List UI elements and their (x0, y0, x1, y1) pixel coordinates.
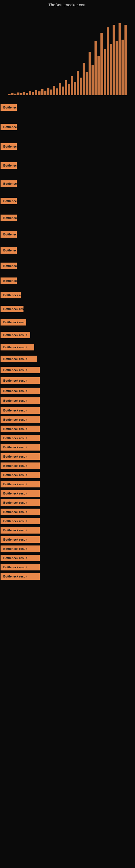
bottleneck-result-badge[interactable]: Bottleneck result (1, 397, 40, 404)
result-row: Bottleneck result (0, 376, 135, 385)
bottleneck-result-badge[interactable]: Bottleneck result (1, 344, 34, 350)
bottleneck-result-badge[interactable]: Bottleneck result (1, 536, 40, 543)
result-row: Bottleneck result (0, 535, 135, 544)
site-header: TheBottlenecker.com (0, 0, 135, 8)
bottleneck-result-badge[interactable]: Bottleneck result (1, 198, 17, 204)
chart-bar (8, 94, 10, 95)
chart-bar (119, 23, 121, 95)
result-row: Bottleneck result (0, 415, 135, 424)
chart-bar (80, 78, 82, 95)
bottleneck-result-badge[interactable]: Bottleneck result (1, 278, 17, 284)
bottleneck-result-badge[interactable]: Bottleneck result (1, 377, 40, 384)
bottleneck-result-badge[interactable]: Bottleneck result (1, 104, 17, 111)
result-row: Bottleneck result (0, 243, 135, 258)
chart-bar (97, 56, 100, 95)
bottleneck-result-badge[interactable]: Bottleneck result (1, 143, 17, 150)
bottleneck-result-badge[interactable]: Bottleneck result (1, 426, 40, 432)
chart-bar (62, 87, 64, 95)
result-row: Bottleneck result (0, 193, 135, 209)
result-row: Bottleneck result (0, 452, 135, 461)
bottleneck-result-badge[interactable]: Bottleneck result (1, 215, 17, 221)
bottleneck-result-badge[interactable]: Bottleneck result (1, 332, 30, 338)
bottleneck-result-badge[interactable]: Bottleneck result (1, 453, 40, 460)
bottleneck-result-badge[interactable]: Bottleneck result (1, 472, 40, 478)
bottleneck-result-badge[interactable]: Bottleneck result (1, 292, 21, 299)
chart-bar (53, 86, 55, 95)
chart-bar (11, 93, 13, 95)
bottleneck-result-badge[interactable]: Bottleneck result (1, 463, 40, 469)
bottleneck-result-badge[interactable]: Bottleneck result (1, 444, 40, 451)
bottleneck-result-badge[interactable]: Bottleneck result (1, 231, 17, 238)
chart-area (0, 8, 135, 95)
chart-bar (125, 25, 127, 95)
bottleneck-result-badge[interactable]: Bottleneck result (1, 546, 40, 552)
bottleneck-result-badge[interactable]: Bottleneck result (1, 481, 40, 488)
result-row: Bottleneck result (0, 175, 135, 192)
chart-bar (104, 49, 106, 95)
chart-bar (107, 27, 109, 95)
result-row: Bottleneck result (0, 386, 135, 396)
result-row: Bottleneck result (0, 545, 135, 553)
bottleneck-result-badge[interactable]: Bottleneck result (1, 435, 40, 441)
results-container: Bottleneck resultBottleneck resultBottle… (0, 95, 135, 584)
chart-bar (20, 93, 22, 95)
result-row: Bottleneck result (0, 137, 135, 156)
chart-bar (74, 82, 76, 95)
result-row: Bottleneck result (0, 341, 135, 353)
bottleneck-result-badge[interactable]: Bottleneck result (1, 499, 40, 506)
result-row: Bottleneck result (0, 425, 135, 433)
bottleneck-result-badge[interactable]: Bottleneck result (1, 124, 17, 130)
chart-bar (92, 65, 94, 95)
bottleneck-result-badge[interactable]: Bottleneck result (1, 367, 40, 373)
bottleneck-result-badge[interactable]: Bottleneck result (1, 319, 26, 326)
bottleneck-result-badge[interactable]: Bottleneck result (1, 262, 17, 269)
bar-chart (0, 19, 135, 95)
result-row: Bottleneck result (0, 156, 135, 174)
result-row: Bottleneck result (0, 353, 135, 364)
chart-bar (65, 80, 67, 95)
chart-bar (26, 93, 28, 95)
bottleneck-result-badge[interactable]: Bottleneck result (1, 306, 24, 312)
chart-bar (68, 84, 70, 95)
bottleneck-result-badge[interactable]: Bottleneck result (1, 407, 40, 414)
site-title: TheBottlenecker.com (48, 3, 86, 7)
chart-bar (56, 88, 58, 95)
bottleneck-result-badge[interactable]: Bottleneck result (1, 355, 37, 362)
chart-bar (59, 83, 61, 95)
chart-bar (41, 89, 43, 95)
bottleneck-result-badge[interactable]: Bottleneck result (1, 180, 17, 187)
chart-bar (116, 41, 118, 95)
page-wrapper: TheBottlenecker.com Bottleneck resultBot… (0, 0, 135, 584)
bottleneck-result-badge[interactable]: Bottleneck result (1, 388, 40, 394)
chart-bar (77, 71, 79, 95)
bottleneck-result-badge[interactable]: Bottleneck result (1, 555, 40, 561)
result-row: Bottleneck result (0, 396, 135, 405)
result-row: Bottleneck result (0, 316, 135, 329)
chart-bar (94, 41, 97, 95)
result-row: Bottleneck result (0, 489, 135, 498)
result-row: Bottleneck result (0, 517, 135, 525)
result-row: Bottleneck result (0, 572, 135, 581)
result-row: Bottleneck result (0, 118, 135, 136)
result-row: Bottleneck result (0, 365, 135, 375)
bottleneck-result-badge[interactable]: Bottleneck result (1, 573, 40, 580)
chart-bar (89, 52, 91, 95)
bottleneck-result-badge[interactable]: Bottleneck result (1, 564, 40, 570)
chart-bar (71, 76, 73, 95)
bottleneck-result-badge[interactable]: Bottleneck result (1, 247, 17, 254)
result-row: Bottleneck result (0, 98, 135, 117)
bottleneck-result-badge[interactable]: Bottleneck result (1, 162, 17, 169)
chart-bar (113, 25, 115, 95)
bottleneck-result-badge[interactable]: Bottleneck result (1, 527, 40, 533)
bottleneck-result-badge[interactable]: Bottleneck result (1, 416, 40, 423)
chart-bar (83, 63, 85, 95)
bottleneck-result-badge[interactable]: Bottleneck result (1, 508, 40, 515)
chart-bar (23, 92, 26, 95)
bottleneck-result-badge[interactable]: Bottleneck result (1, 490, 40, 497)
result-row: Bottleneck result (0, 471, 135, 479)
bottleneck-result-badge[interactable]: Bottleneck result (1, 518, 40, 524)
chart-bar (38, 91, 40, 95)
chart-bar (50, 90, 52, 95)
chart-bar (14, 94, 16, 95)
chart-bar (47, 88, 49, 95)
